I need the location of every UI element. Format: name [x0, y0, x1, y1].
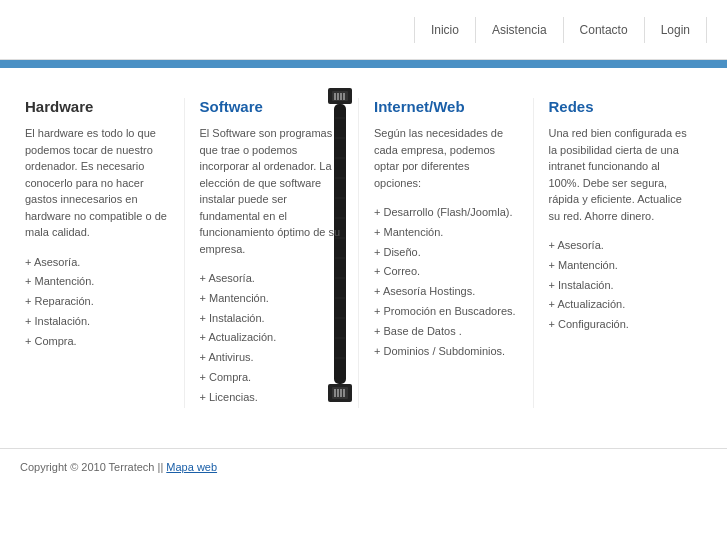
main-content: Hardware El hardware es todo lo que pode… — [0, 68, 727, 448]
list-item: Configuración. — [549, 315, 693, 335]
list-item: Compra. — [25, 332, 169, 352]
list-item: Asesoría. — [200, 269, 344, 289]
list-item: Diseño. — [374, 243, 518, 263]
list-item: Promoción en Buscadores. — [374, 302, 518, 322]
content-wrapper: Hardware El hardware es todo lo que pode… — [0, 68, 727, 448]
software-column: Software El Software son programas que t… — [185, 98, 360, 408]
internet-list: Desarrollo (Flash/Joomla). Mantención. D… — [374, 203, 518, 361]
list-item: Mantención. — [200, 289, 344, 309]
main-nav: Inicio Asistencia Contacto Login — [414, 17, 707, 43]
sitemap-link[interactable]: Mapa web — [166, 461, 217, 473]
hardware-list: Asesoría. Mantención. Reparación. Instal… — [25, 253, 169, 352]
header: Inicio Asistencia Contacto Login — [0, 0, 727, 60]
hardware-column: Hardware El hardware es todo lo que pode… — [20, 98, 185, 408]
list-item: Reparación. — [25, 292, 169, 312]
redes-title: Redes — [549, 98, 693, 115]
list-item: Desarrollo (Flash/Joomla). — [374, 203, 518, 223]
list-item: Dominios / Subdominios. — [374, 342, 518, 362]
software-title: Software — [200, 98, 344, 115]
nav-contacto[interactable]: Contacto — [563, 17, 644, 43]
copyright-text: Copyright © 2010 Terratech || — [20, 461, 166, 473]
list-item: Instalación. — [549, 276, 693, 296]
list-item: Licencias. — [200, 388, 344, 408]
list-item: Actualización. — [200, 328, 344, 348]
footer: Copyright © 2010 Terratech || Mapa web — [0, 448, 727, 485]
list-item: Instalación. — [25, 312, 169, 332]
software-desc: El Software son programas que trae o pod… — [200, 125, 344, 257]
list-item: Asesoría. — [25, 253, 169, 273]
list-item: Base de Datos . — [374, 322, 518, 342]
list-item: Mantención. — [549, 256, 693, 276]
list-item: Compra. — [200, 368, 344, 388]
list-item: Mantención. — [25, 272, 169, 292]
software-list: Asesoría. Mantención. Instalación. Actua… — [200, 269, 344, 408]
hardware-desc: El hardware es todo lo que podemos tocar… — [25, 125, 169, 241]
redes-column: Redes Una red bien configurada es la pos… — [534, 98, 708, 408]
redes-list: Asesoría. Mantención. Instalación. Actua… — [549, 236, 693, 335]
internet-title: Internet/Web — [374, 98, 518, 115]
top-banner — [0, 60, 727, 68]
nav-asistencia[interactable]: Asistencia — [475, 17, 563, 43]
internet-column: Internet/Web Según las necesidades de ca… — [359, 98, 534, 408]
list-item: Actualización. — [549, 295, 693, 315]
nav-inicio[interactable]: Inicio — [414, 17, 475, 43]
list-item: Asesoría Hostings. — [374, 282, 518, 302]
internet-desc: Según las necesidades de cada empresa, p… — [374, 125, 518, 191]
list-item: Asesoría. — [549, 236, 693, 256]
list-item: Correo. — [374, 262, 518, 282]
redes-desc: Una red bien configurada es la posibilid… — [549, 125, 693, 224]
list-item: Antivirus. — [200, 348, 344, 368]
list-item: Instalación. — [200, 309, 344, 329]
hardware-title: Hardware — [25, 98, 169, 115]
list-item: Mantención. — [374, 223, 518, 243]
nav-login[interactable]: Login — [644, 17, 707, 43]
